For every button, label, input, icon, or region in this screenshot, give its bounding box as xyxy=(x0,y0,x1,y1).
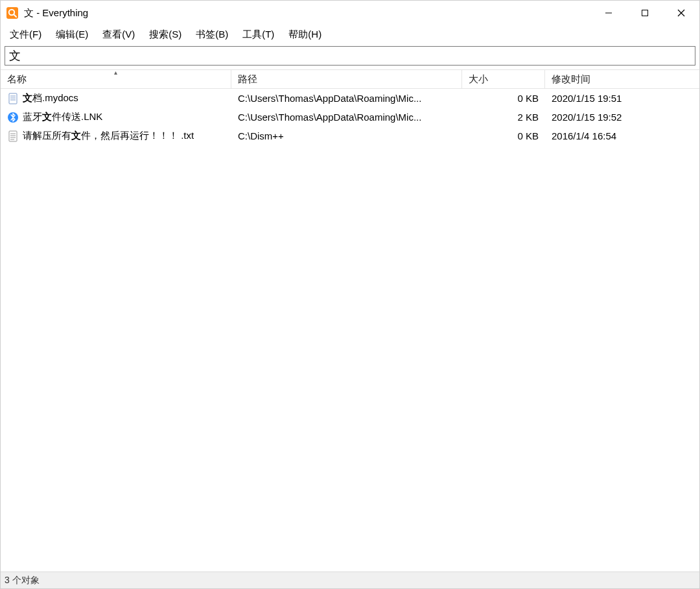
menu-view[interactable]: 查看(V) xyxy=(97,27,140,42)
svg-rect-4 xyxy=(642,10,648,16)
sort-indicator-icon: ▴ xyxy=(114,69,117,76)
header-date-label: 修改时间 xyxy=(552,73,590,86)
status-text: 3 个对象 xyxy=(5,575,40,586)
header-date[interactable]: 修改时间 xyxy=(545,70,699,88)
path-cell: C:\Users\Thomas\AppData\Roaming\Mic... xyxy=(231,112,462,123)
header-path[interactable]: 路径 xyxy=(231,70,462,88)
header-size[interactable]: 大小 xyxy=(462,70,545,88)
doc-icon xyxy=(7,93,19,104)
path-cell: C:\Users\Thomas\AppData\Roaming\Mic... xyxy=(231,93,462,104)
titlebar[interactable]: 文 - Everything xyxy=(1,1,699,25)
list-item[interactable]: 文档.mydocsC:\Users\Thomas\AppData\Roaming… xyxy=(1,89,699,108)
minimize-button[interactable] xyxy=(590,1,627,25)
window-title: 文 - Everything xyxy=(24,7,88,19)
bluetooth-icon xyxy=(7,112,19,123)
results-list[interactable]: 文档.mydocsC:\Users\Thomas\AppData\Roaming… xyxy=(1,89,699,571)
header-path-label: 路径 xyxy=(238,73,257,86)
maximize-button[interactable] xyxy=(627,1,663,25)
list-item[interactable]: 请解压所有文件，然后再运行！！！ .txtC:\Dism++0 KB2016/1… xyxy=(1,126,699,145)
file-name: 文档.mydocs xyxy=(23,92,78,104)
menu-bookmarks[interactable]: 书签(B) xyxy=(191,27,233,42)
menu-tools[interactable]: 工具(T) xyxy=(237,27,279,42)
size-cell: 2 KB xyxy=(462,112,545,123)
file-name: 请解压所有文件，然后再运行！！！ .txt xyxy=(23,130,194,142)
app-icon xyxy=(6,6,19,19)
size-cell: 0 KB xyxy=(462,130,545,141)
window-controls xyxy=(590,1,699,25)
date-cell: 2020/1/15 19:52 xyxy=(545,112,699,123)
name-cell: 文档.mydocs xyxy=(1,92,231,104)
menu-help[interactable]: 帮助(H) xyxy=(283,27,327,42)
search-row xyxy=(1,43,699,69)
column-headers: 名称 ▴ 路径 大小 修改时间 xyxy=(1,69,699,89)
txt-icon xyxy=(7,130,19,142)
date-cell: 2016/1/4 16:54 xyxy=(545,130,699,141)
app-window: 文 - Everything 文件(F) 编辑(E) 查看(V) 搜索(S) 书… xyxy=(0,0,700,589)
menu-search[interactable]: 搜索(S) xyxy=(144,27,187,42)
menu-file[interactable]: 文件(F) xyxy=(5,27,47,42)
name-cell: 蓝牙文件传送.LNK xyxy=(1,111,231,123)
file-name: 蓝牙文件传送.LNK xyxy=(23,111,102,123)
menubar: 文件(F) 编辑(E) 查看(V) 搜索(S) 书签(B) 工具(T) 帮助(H… xyxy=(1,25,699,43)
close-button[interactable] xyxy=(663,1,699,25)
menu-edit[interactable]: 编辑(E) xyxy=(51,27,93,42)
date-cell: 2020/1/15 19:51 xyxy=(545,93,699,104)
size-cell: 0 KB xyxy=(462,93,545,104)
header-name[interactable]: 名称 ▴ xyxy=(1,70,231,88)
statusbar: 3 个对象 xyxy=(1,571,699,588)
header-name-label: 名称 xyxy=(7,73,27,86)
name-cell: 请解压所有文件，然后再运行！！！ .txt xyxy=(1,130,231,142)
header-size-label: 大小 xyxy=(469,73,488,86)
search-input[interactable] xyxy=(5,46,695,66)
path-cell: C:\Dism++ xyxy=(231,130,462,141)
list-item[interactable]: 蓝牙文件传送.LNKC:\Users\Thomas\AppData\Roamin… xyxy=(1,108,699,126)
